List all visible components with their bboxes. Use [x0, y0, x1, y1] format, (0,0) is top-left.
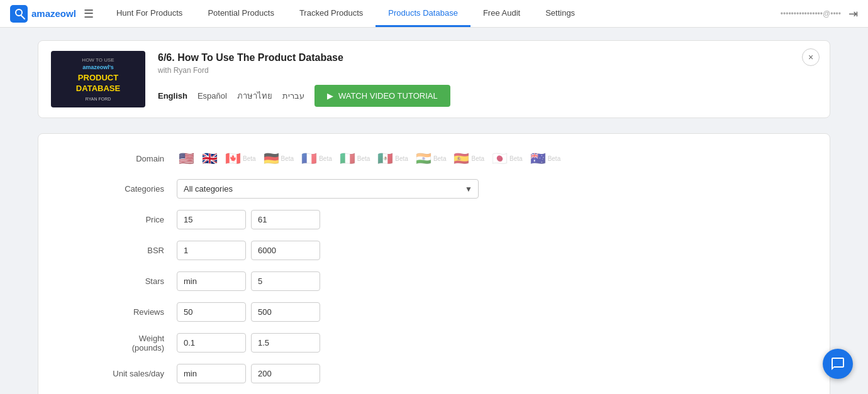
logo[interactable]: amazeowl [10, 5, 76, 23]
watch-video-label: WATCH VIDEO TUTORIAL [338, 91, 438, 101]
unit-sales-max-input[interactable] [251, 364, 320, 383]
fr-flag-icon: 🇫🇷 [301, 151, 317, 166]
domain-flags: 🇺🇸 🇬🇧 🇨🇦Beta 🇩🇪Beta 🇫🇷Beta 🇮🇹Beta 🇲🇽Beta… [177, 149, 562, 168]
nav-products-database[interactable]: Products Database [376, 0, 470, 27]
reviews-max-input[interactable] [251, 302, 320, 322]
lang-english[interactable]: English [158, 91, 187, 101]
flag-es[interactable]: 🇪🇸Beta [452, 149, 486, 168]
bsr-max-input[interactable] [251, 241, 320, 260]
categories-row: Categories All categories ▼ [76, 179, 804, 199]
close-button[interactable]: × [802, 48, 820, 66]
tutorial-banner: HOW TO USE amazeowl's PRODUCTDATABASE RY… [38, 40, 830, 118]
stars-label: Stars [76, 276, 177, 286]
flag-in[interactable]: 🇮🇳Beta [414, 149, 448, 168]
thumb-howto-text: HOW TO USE [76, 57, 120, 63]
logout-icon[interactable]: ⇥ [849, 7, 858, 21]
flag-us[interactable]: 🇺🇸 [177, 149, 196, 168]
uk-flag-icon: 🇬🇧 [202, 151, 218, 166]
bsr-min-input[interactable] [177, 241, 246, 260]
tutorial-thumbnail: HOW TO USE amazeowl's PRODUCTDATABASE RY… [51, 51, 145, 107]
weight-max-input[interactable] [251, 333, 320, 353]
tutorial-title: 6/6. How To Use The Product Database [158, 52, 817, 63]
flag-jp[interactable]: 🇯🇵Beta [490, 149, 525, 168]
logo-text: amazeowl [31, 8, 76, 19]
reviews-label: Reviews [76, 307, 177, 317]
flag-it[interactable]: 🇮🇹Beta [338, 149, 372, 168]
bsr-row: BSR [76, 241, 804, 260]
weight-inputs [177, 333, 320, 353]
nav-settings[interactable]: Settings [533, 0, 587, 27]
lang-hebrew[interactable]: עברית [282, 91, 304, 101]
domain-label: Domain [76, 154, 177, 163]
filter-section: Domain 🇺🇸 🇬🇧 🇨🇦Beta 🇩🇪Beta 🇫🇷Beta 🇮🇹Beta… [38, 133, 830, 394]
watch-video-button[interactable]: ▶ WATCH VIDEO TUTORIAL [314, 85, 450, 107]
es-flag-icon: 🇪🇸 [453, 151, 469, 166]
bsr-inputs [177, 241, 320, 260]
flag-uk[interactable]: 🇬🇧 [200, 149, 220, 168]
stars-row: Stars [76, 271, 804, 291]
price-max-input[interactable] [251, 210, 320, 229]
nav-tracked-products[interactable]: Tracked Products [287, 0, 376, 27]
reviews-row: Reviews [76, 302, 804, 322]
reviews-min-input[interactable] [177, 302, 246, 322]
user-email: ••••••••••••••••@•••• [781, 9, 841, 18]
flag-ca[interactable]: 🇨🇦Beta [223, 149, 258, 168]
categories-label: Categories [76, 184, 177, 194]
flag-de[interactable]: 🇩🇪Beta [262, 149, 296, 168]
stars-inputs [177, 271, 320, 291]
nav-potential-products[interactable]: Potential Products [195, 0, 287, 27]
domain-row: Domain 🇺🇸 🇬🇧 🇨🇦Beta 🇩🇪Beta 🇫🇷Beta 🇮🇹Beta… [76, 149, 804, 168]
mx-flag-icon: 🇲🇽 [377, 151, 393, 166]
close-icon: × [808, 52, 813, 62]
tutorial-languages: English Español ภาษาไทย עברית ▶ WATCH VI… [158, 85, 817, 107]
price-row: Price [76, 210, 804, 229]
categories-select-wrapper: All categories ▼ [177, 179, 479, 199]
thumb-name-text: RYAN FORD [76, 97, 120, 101]
weight-row: Weight(pounds) [76, 333, 804, 353]
flag-mx[interactable]: 🇲🇽Beta [376, 149, 410, 168]
hamburger-icon[interactable]: ☰ [84, 7, 94, 21]
categories-select[interactable]: All categories [177, 179, 479, 199]
tutorial-author: with Ryan Ford [158, 66, 817, 75]
de-flag-icon: 🇩🇪 [264, 151, 279, 166]
weight-min-input[interactable] [177, 333, 246, 353]
lang-espanol[interactable]: Español [198, 91, 227, 101]
bsr-label: BSR [76, 246, 177, 255]
nav-hunt-for-products[interactable]: Hunt For Products [104, 0, 196, 27]
flag-au[interactable]: 🇦🇺Beta [528, 149, 563, 168]
main-content: HOW TO USE amazeowl's PRODUCTDATABASE RY… [25, 28, 843, 394]
nav-links: Hunt For Products Potential Products Tra… [104, 0, 587, 27]
in-flag-icon: 🇮🇳 [416, 151, 431, 166]
thumb-logo-text: amazeowl's [76, 64, 120, 70]
play-icon: ▶ [327, 91, 333, 101]
ca-flag-icon: 🇨🇦 [225, 151, 241, 166]
price-min-input[interactable] [177, 210, 246, 229]
navbar: amazeowl ☰ Hunt For Products Potential P… [0, 0, 868, 28]
stars-min-input[interactable] [177, 271, 246, 291]
stars-max-input[interactable] [251, 271, 320, 291]
chat-icon [830, 356, 845, 371]
weight-label: Weight(pounds) [76, 334, 177, 353]
reviews-inputs [177, 302, 320, 322]
jp-flag-icon: 🇯🇵 [492, 151, 508, 166]
nav-free-audit[interactable]: Free Audit [470, 0, 533, 27]
price-inputs [177, 210, 320, 229]
price-label: Price [76, 215, 177, 224]
lang-thai[interactable]: ภาษาไทย [237, 89, 272, 102]
chat-button[interactable] [823, 349, 853, 379]
au-flag-icon: 🇦🇺 [530, 151, 546, 166]
svg-rect-0 [10, 5, 28, 23]
flag-fr[interactable]: 🇫🇷Beta [299, 149, 334, 168]
unit-sales-row: Unit sales/day [76, 364, 804, 383]
it-flag-icon: 🇮🇹 [340, 151, 355, 166]
nav-right: ••••••••••••••••@•••• ⇥ [781, 7, 858, 21]
unit-sales-inputs [177, 364, 320, 383]
thumb-product-db-text: PRODUCTDATABASE [76, 73, 120, 94]
us-flag-icon: 🇺🇸 [179, 151, 194, 166]
tutorial-info: 6/6. How To Use The Product Database wit… [158, 52, 817, 107]
unit-sales-label: Unit sales/day [76, 369, 177, 378]
unit-sales-min-input[interactable] [177, 364, 246, 383]
